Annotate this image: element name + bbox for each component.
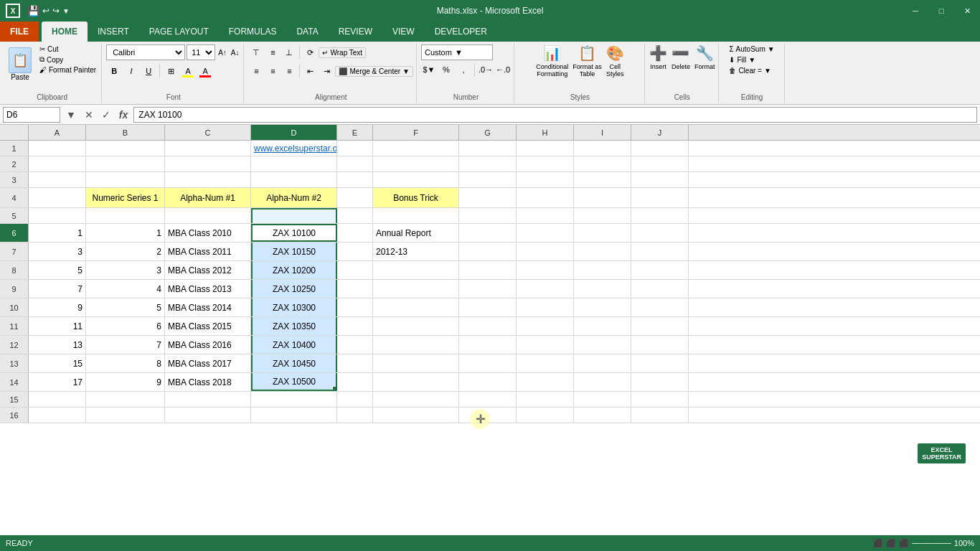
cell-a12[interactable]: 13: [29, 336, 86, 354]
close-btn[interactable]: ✕: [954, 0, 980, 22]
cell-f3[interactable]: [373, 172, 459, 187]
cell-d15[interactable]: [251, 392, 337, 407]
cell-b6[interactable]: 1: [86, 224, 165, 242]
cell-b15[interactable]: [86, 392, 165, 407]
view-layout-icon[interactable]: ⬛: [886, 539, 896, 548]
cell-b2[interactable]: [86, 156, 165, 171]
cell-e16[interactable]: [337, 408, 373, 423]
customize-btn[interactable]: ▼: [62, 7, 70, 15]
autosum-button[interactable]: Σ AutoSum ▼: [727, 44, 776, 54]
col-header-d[interactable]: D: [251, 125, 337, 140]
cell-j14[interactable]: [631, 373, 689, 391]
cell-b8[interactable]: 3: [86, 261, 165, 279]
cell-a13[interactable]: 15: [29, 354, 86, 372]
cell-g15[interactable]: [459, 392, 517, 407]
cell-j6[interactable]: [631, 224, 689, 242]
cell-j8[interactable]: [631, 261, 689, 279]
cell-b14[interactable]: 9: [86, 373, 165, 391]
cell-g8[interactable]: [459, 261, 517, 279]
cell-d6[interactable]: ZAX 10100: [251, 224, 337, 242]
cell-reference-box[interactable]: [3, 107, 60, 123]
col-header-j[interactable]: J: [631, 125, 689, 140]
cell-g1[interactable]: [459, 141, 517, 156]
cell-c5[interactable]: [165, 208, 251, 223]
cell-i11[interactable]: [574, 317, 631, 335]
cell-i12[interactable]: [574, 336, 631, 354]
view-normal-icon[interactable]: ⬛: [873, 539, 883, 548]
cell-h2[interactable]: [517, 156, 574, 171]
formula-expand-icon[interactable]: ▼: [63, 109, 79, 121]
cell-b4[interactable]: Numeric Series 1: [86, 188, 165, 207]
cell-g5[interactable]: [459, 208, 517, 223]
cell-h6[interactable]: [517, 224, 574, 242]
cell-c13[interactable]: MBA Class 2017: [165, 354, 251, 372]
tab-data[interactable]: DATA: [286, 22, 328, 42]
italic-button[interactable]: I: [123, 63, 139, 79]
cell-g9[interactable]: [459, 280, 517, 298]
cell-e5[interactable]: [337, 208, 373, 223]
cell-b5[interactable]: [86, 208, 165, 223]
merge-center-button[interactable]: ⬛ Merge & Center ▼: [335, 66, 413, 77]
cell-f8[interactable]: [373, 261, 459, 279]
cell-c12[interactable]: MBA Class 2016: [165, 336, 251, 354]
cell-c9[interactable]: MBA Class 2013: [165, 280, 251, 298]
cell-j15[interactable]: [631, 392, 689, 407]
fill-color-button[interactable]: A: [180, 63, 196, 79]
number-format-dropdown[interactable]: Custom ▼: [421, 44, 493, 60]
cell-e7[interactable]: [337, 242, 373, 260]
cell-h5[interactable]: [517, 208, 574, 223]
cell-c2[interactable]: [165, 156, 251, 171]
align-right-button[interactable]: ≡: [281, 63, 297, 79]
align-left-button[interactable]: ≡: [248, 63, 264, 79]
cell-d7[interactable]: ZAX 10150: [251, 242, 337, 260]
cell-e4[interactable]: [337, 188, 373, 207]
cell-e6[interactable]: [337, 224, 373, 242]
col-header-a[interactable]: A: [29, 125, 86, 140]
cell-b9[interactable]: 4: [86, 280, 165, 298]
tab-developer[interactable]: DEVELOPER: [425, 22, 497, 42]
cell-a6[interactable]: 1: [29, 224, 86, 242]
cell-f14[interactable]: [373, 373, 459, 391]
cell-c14[interactable]: MBA Class 2018: [165, 373, 251, 391]
save-btn[interactable]: 💾: [27, 5, 39, 17]
cell-e13[interactable]: [337, 354, 373, 372]
cell-e12[interactable]: [337, 336, 373, 354]
cell-a9[interactable]: 7: [29, 280, 86, 298]
cell-j12[interactable]: [631, 336, 689, 354]
cell-i3[interactable]: [574, 172, 631, 187]
cell-a5[interactable]: [29, 208, 86, 223]
cell-e8[interactable]: [337, 261, 373, 279]
cell-e3[interactable]: [337, 172, 373, 187]
text-direction-button[interactable]: ⟳: [302, 44, 318, 60]
decrease-indent-button[interactable]: ⇤: [302, 63, 318, 79]
cell-f10[interactable]: [373, 298, 459, 316]
col-header-b[interactable]: B: [86, 125, 165, 140]
insert-function-icon[interactable]: fx: [116, 109, 131, 121]
cell-a7[interactable]: 3: [29, 242, 86, 260]
cell-d5[interactable]: [251, 208, 337, 223]
fill-handle[interactable]: [332, 386, 337, 391]
cell-d11[interactable]: ZAX 10350: [251, 317, 337, 335]
tab-review[interactable]: REVIEW: [329, 22, 382, 42]
redo-btn[interactable]: ↪: [52, 6, 60, 16]
cell-d1[interactable]: www.excelsuperstar.org: [251, 141, 337, 156]
cell-h16[interactable]: [517, 408, 574, 423]
currency-button[interactable]: $▼: [421, 62, 437, 77]
cell-f7[interactable]: 2012-13: [373, 242, 459, 260]
cell-d4[interactable]: Alpha-Num #2: [251, 188, 337, 207]
cell-g2[interactable]: [459, 156, 517, 171]
cell-c10[interactable]: MBA Class 2014: [165, 298, 251, 316]
cell-c7[interactable]: MBA Class 2011: [165, 242, 251, 260]
cell-i1[interactable]: [574, 141, 631, 156]
cell-i2[interactable]: [574, 156, 631, 171]
tab-formulas[interactable]: FORMULAS: [219, 22, 287, 42]
cut-button[interactable]: ✂ Cut: [37, 44, 98, 54]
cell-j13[interactable]: [631, 354, 689, 372]
align-top-button[interactable]: ⊤: [248, 44, 264, 60]
view-page-break-icon[interactable]: ⬛: [899, 539, 909, 548]
cell-i8[interactable]: [574, 261, 631, 279]
cell-b12[interactable]: 7: [86, 336, 165, 354]
cell-styles-btn[interactable]: 🎨 CellStyles: [606, 44, 624, 77]
col-header-e[interactable]: E: [337, 125, 373, 140]
cell-h11[interactable]: [517, 317, 574, 335]
